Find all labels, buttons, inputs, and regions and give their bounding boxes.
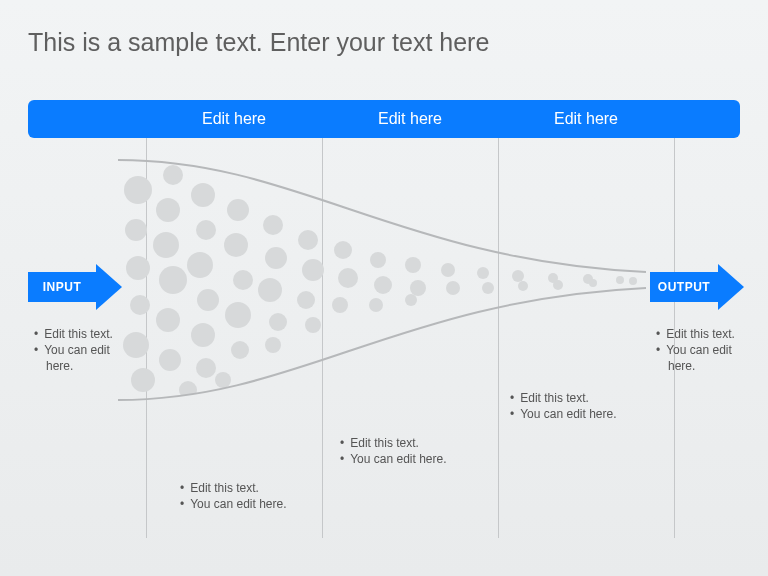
bullets-col1[interactable]: Edit this text. You can edit here. [180,480,340,512]
svg-point-39 [410,280,426,296]
svg-point-0 [124,176,152,204]
svg-point-43 [477,267,489,279]
bullet-item: You can edit here. [340,451,500,467]
output-arrow-label[interactable]: OUTPUT [650,272,718,302]
svg-point-35 [370,252,386,268]
svg-point-8 [156,308,180,332]
svg-point-52 [629,277,637,285]
bullet-item: You can edit [656,342,766,358]
svg-point-34 [332,297,348,313]
svg-point-51 [616,276,624,284]
output-arrow: OUTPUT [650,264,746,310]
input-arrow-label[interactable]: INPUT [28,272,96,302]
svg-point-49 [583,274,593,284]
svg-point-42 [446,281,460,295]
input-arrow: INPUT [28,264,124,310]
svg-point-31 [305,317,321,333]
svg-point-30 [297,291,315,309]
bullets-output[interactable]: Edit this text. You can edit here. [656,326,766,375]
svg-point-38 [405,257,421,273]
svg-point-22 [231,341,249,359]
header-bar: Edit here Edit here Edit here [28,100,740,138]
svg-point-2 [156,198,180,222]
svg-point-46 [518,281,528,291]
bullet-item: You can edit here. [180,496,340,512]
arrow-right-icon [718,264,744,310]
bullet-cont: here. [34,358,144,374]
svg-point-17 [196,358,216,378]
svg-point-53 [179,381,197,399]
bullets-col2[interactable]: Edit this text. You can edit here. [340,435,500,467]
arrow-right-icon [96,264,122,310]
svg-point-12 [191,183,215,207]
funnel-graphic [118,150,646,410]
bullets-input[interactable]: Edit this text. You can edit here. [34,326,144,375]
svg-point-16 [191,323,215,347]
svg-point-37 [369,298,383,312]
svg-point-13 [196,220,216,240]
svg-point-50 [589,279,597,287]
svg-point-1 [163,165,183,185]
bullet-item: Edit this text. [510,390,670,406]
svg-point-18 [227,199,249,221]
svg-point-27 [265,337,281,353]
svg-point-32 [334,241,352,259]
svg-point-21 [225,302,251,328]
svg-point-7 [130,295,150,315]
header-col-3[interactable]: Edit here [498,110,674,128]
bullet-item: You can edit here. [510,406,670,422]
svg-point-20 [233,270,253,290]
svg-point-4 [153,232,179,258]
svg-point-24 [265,247,287,269]
svg-point-29 [302,259,324,281]
svg-point-25 [258,278,282,302]
bullet-item: Edit this text. [656,326,766,342]
divider-line-2 [322,138,323,538]
bullet-item: You can edit [34,342,144,358]
svg-point-47 [548,273,558,283]
header-col-1[interactable]: Edit here [146,110,322,128]
svg-point-54 [215,372,231,388]
svg-point-14 [187,252,213,278]
svg-point-15 [197,289,219,311]
svg-point-3 [125,219,147,241]
svg-point-33 [338,268,358,288]
slide-title[interactable]: This is a sample text. Enter your text h… [28,28,489,57]
divider-line-3 [498,138,499,538]
svg-point-10 [159,349,181,371]
svg-point-44 [482,282,494,294]
header-col-2[interactable]: Edit here [322,110,498,128]
svg-point-6 [159,266,187,294]
svg-point-36 [374,276,392,294]
bullet-item: Edit this text. [34,326,144,342]
svg-point-23 [263,215,283,235]
svg-point-41 [441,263,455,277]
bullet-item: Edit this text. [180,480,340,496]
bullet-cont: here. [656,358,766,374]
svg-point-40 [405,294,417,306]
svg-point-26 [269,313,287,331]
bullet-item: Edit this text. [340,435,500,451]
svg-point-19 [224,233,248,257]
bullets-col3[interactable]: Edit this text. You can edit here. [510,390,670,422]
svg-point-48 [553,280,563,290]
svg-point-45 [512,270,524,282]
divider-line-1 [146,138,147,538]
svg-point-28 [298,230,318,250]
